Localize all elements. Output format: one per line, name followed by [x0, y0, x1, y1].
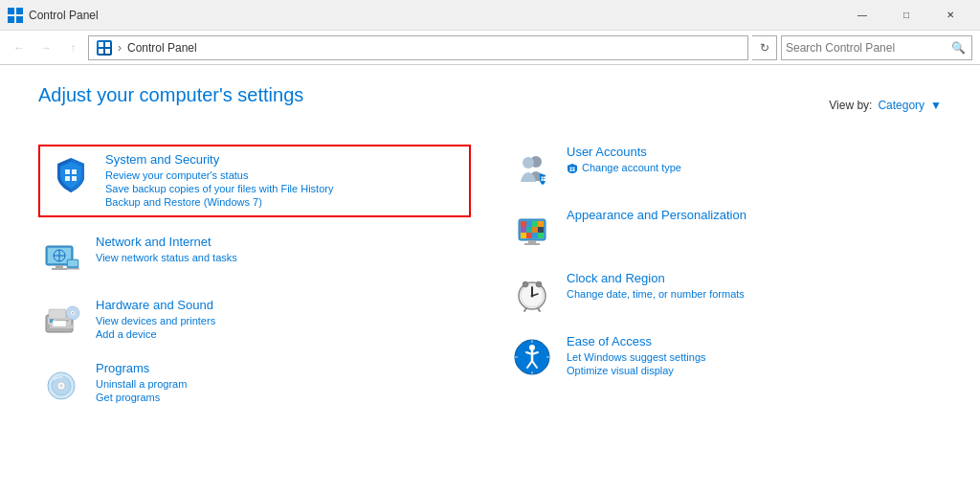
svg-rect-60 — [538, 233, 544, 238]
svg-rect-58 — [526, 233, 532, 238]
svg-rect-61 — [528, 240, 536, 243]
svg-rect-44 — [573, 168, 575, 169]
clock-region-icon — [509, 271, 555, 317]
left-column: System and Security Review your computer… — [38, 145, 471, 424]
svg-rect-1 — [16, 8, 23, 14]
user-accounts-link-0[interactable]: Change account type — [582, 162, 681, 173]
app-icon — [8, 8, 23, 23]
hardware-sound-link-1[interactable]: Add a device — [96, 328, 471, 340]
category-network-internet: Network and Internet View network status… — [38, 235, 471, 281]
svg-rect-12 — [72, 176, 77, 181]
svg-point-68 — [523, 281, 528, 287]
svg-rect-4 — [99, 42, 103, 47]
ease-of-access-link-1[interactable]: Optimize visual display — [567, 365, 942, 376]
viewby-dropdown-icon[interactable]: ▼ — [930, 99, 942, 112]
svg-rect-53 — [521, 227, 526, 233]
ease-of-access-title[interactable]: Ease of Access — [567, 334, 942, 348]
svg-rect-11 — [65, 176, 70, 181]
refresh-button[interactable]: ↻ — [752, 35, 777, 60]
svg-rect-0 — [8, 8, 14, 14]
network-internet-text: Network and Internet View network status… — [96, 235, 471, 265]
svg-rect-6 — [99, 49, 103, 54]
address-bar: ← → ↑ › Control Panel ↻ 🔍 — [0, 31, 980, 65]
category-clock-region: Clock and Region Change date, time, or n… — [509, 271, 942, 317]
svg-line-70 — [524, 308, 526, 311]
svg-rect-56 — [538, 227, 544, 233]
system-security-icon — [48, 152, 94, 198]
search-input[interactable] — [786, 41, 948, 55]
category-hardware-sound: Hardware and Sound View devices and prin… — [38, 298, 471, 344]
hardware-sound-text: Hardware and Sound View devices and prin… — [96, 298, 471, 342]
system-security-title[interactable]: System and Security — [105, 152, 461, 167]
programs-link-1[interactable]: Get programs — [96, 392, 471, 403]
hardware-sound-title[interactable]: Hardware and Sound — [96, 298, 471, 312]
up-button[interactable]: ↑ — [61, 36, 84, 59]
svg-rect-39 — [542, 177, 544, 179]
svg-rect-62 — [524, 243, 540, 245]
clock-region-link-0[interactable]: Change date, time, or number formats — [567, 288, 942, 300]
category-user-accounts: User Accounts Change account type — [509, 145, 942, 191]
svg-rect-41 — [542, 179, 544, 181]
svg-rect-42 — [544, 179, 546, 181]
search-icon[interactable]: 🔍 — [948, 38, 968, 57]
title-bar: Control Panel — □ ✕ — [0, 0, 980, 31]
svg-rect-52 — [538, 221, 544, 227]
right-column: User Accounts Change account type — [509, 145, 942, 424]
system-security-link-2[interactable]: Backup and Restore (Windows 7) — [105, 196, 461, 208]
programs-link-0[interactable]: Uninstall a program — [96, 378, 471, 390]
viewby-label: View by: — [829, 99, 872, 112]
svg-rect-29 — [49, 309, 66, 319]
svg-line-71 — [538, 308, 540, 311]
svg-rect-28 — [53, 321, 66, 326]
category-ease-of-access: Ease of Access Let Windows suggest setti… — [509, 334, 942, 380]
main-content: Adjust your computer's settings View by:… — [0, 65, 980, 494]
svg-rect-45 — [570, 169, 572, 171]
appearance-text: Appearance and Personalization — [567, 208, 942, 225]
maximize-button[interactable]: □ — [884, 0, 928, 31]
svg-point-67 — [531, 295, 534, 298]
system-security-link-0[interactable]: Review your computer's status — [105, 169, 461, 181]
svg-rect-54 — [526, 227, 532, 233]
network-internet-icon — [38, 235, 84, 281]
svg-rect-2 — [8, 16, 14, 23]
svg-rect-9 — [65, 169, 70, 174]
svg-rect-10 — [72, 169, 77, 174]
svg-rect-40 — [544, 177, 546, 179]
svg-rect-22 — [66, 268, 79, 270]
svg-point-38 — [523, 157, 534, 168]
svg-rect-21 — [68, 260, 78, 266]
svg-rect-5 — [105, 42, 110, 47]
svg-rect-55 — [532, 227, 538, 233]
system-security-text: System and Security Review your computer… — [105, 152, 461, 210]
path-icon — [97, 40, 112, 56]
svg-rect-7 — [105, 49, 110, 54]
appearance-title[interactable]: Appearance and Personalization — [567, 208, 942, 222]
window-controls: — □ ✕ — [840, 0, 972, 31]
clock-region-text: Clock and Region Change date, time, or n… — [567, 271, 942, 302]
programs-icon — [38, 361, 84, 407]
minimize-button[interactable]: — — [840, 0, 884, 31]
ease-of-access-icon — [509, 334, 555, 380]
system-security-link-1[interactable]: Save backup copies of your files with Fi… — [105, 183, 461, 194]
programs-title[interactable]: Programs — [96, 361, 471, 375]
user-accounts-title[interactable]: User Accounts — [567, 145, 942, 159]
svg-rect-46 — [573, 169, 575, 171]
category-programs: Programs Uninstall a program Get program… — [38, 361, 471, 407]
clock-region-title[interactable]: Clock and Region — [567, 271, 942, 285]
back-button[interactable]: ← — [8, 36, 31, 59]
page-title: Adjust your computer's settings — [38, 84, 303, 106]
ease-of-access-link-0[interactable]: Let Windows suggest settings — [567, 351, 942, 363]
svg-rect-19 — [52, 268, 67, 270]
address-path[interactable]: › Control Panel — [88, 35, 748, 60]
viewby-value[interactable]: Category — [878, 99, 924, 112]
close-button[interactable]: ✕ — [928, 0, 972, 31]
hardware-sound-link-0[interactable]: View devices and printers — [96, 315, 471, 326]
network-internet-title[interactable]: Network and Internet — [96, 235, 471, 249]
network-internet-link-0[interactable]: View network status and tasks — [96, 252, 471, 263]
path-text: Control Panel — [127, 41, 197, 55]
svg-point-36 — [59, 384, 63, 388]
search-box[interactable]: 🔍 — [781, 35, 972, 60]
forward-button[interactable]: → — [34, 36, 57, 59]
svg-rect-18 — [56, 265, 63, 268]
category-system-security: System and Security Review your computer… — [38, 145, 471, 217]
